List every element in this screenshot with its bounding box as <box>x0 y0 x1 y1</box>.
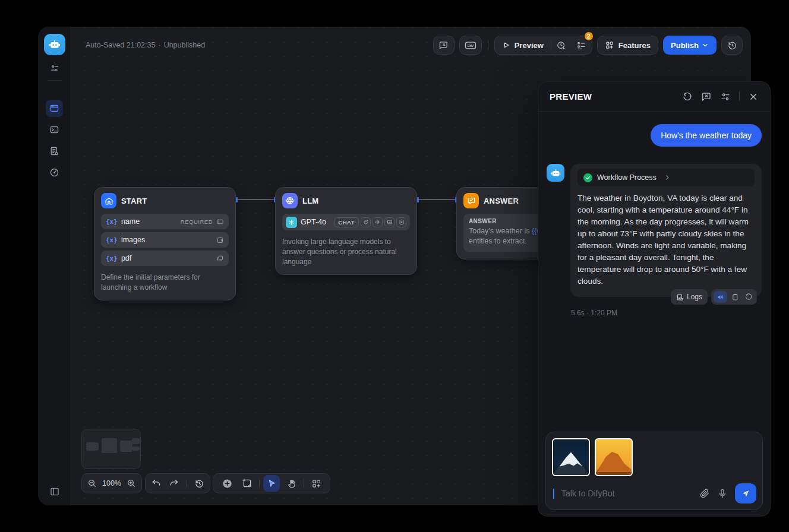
field-name: pdf <box>121 254 131 262</box>
node-start[interactable]: START {x} name REQUIRED {x} images <box>94 187 236 300</box>
openai-icon <box>286 217 297 228</box>
home-icon <box>101 193 116 208</box>
audio-capability-icon <box>373 217 383 227</box>
node-llm[interactable]: LLM GPT-4o CHAT <box>275 187 417 275</box>
publish-button[interactable]: Publish <box>663 36 717 55</box>
field-row-images[interactable]: {x} images <box>101 232 229 248</box>
model-row[interactable]: GPT-4o CHAT <box>282 214 410 230</box>
minimap[interactable] <box>81 429 141 469</box>
text-input-icon <box>216 218 224 226</box>
add-node-button[interactable] <box>219 475 235 492</box>
logs-document-icon <box>49 146 59 156</box>
features-label: Features <box>618 41 651 50</box>
autosave-status: Auto-Saved 21:02:35 · Unpublished <box>86 41 205 49</box>
tool-controls <box>213 473 330 493</box>
node-start-header: START <box>101 193 229 208</box>
controls-divider <box>259 479 260 487</box>
message-meta: 5.6s · 1:20 PM <box>571 309 762 317</box>
window-icon <box>49 103 59 113</box>
node-start-title: START <box>121 197 147 205</box>
model-capabilities: CHAT <box>334 217 406 227</box>
gauge-icon <box>49 167 59 178</box>
attached-images <box>552 438 756 476</box>
send-button[interactable] <box>735 483 756 504</box>
version-history-button[interactable] <box>721 36 743 55</box>
zoom-in-button[interactable] <box>127 479 136 488</box>
history-icon <box>727 40 737 50</box>
app-logo[interactable] <box>44 34 65 55</box>
field-row-name[interactable]: {x} name REQUIRED <box>101 214 229 229</box>
node-start-description: Define the initial parameters for launch… <box>101 273 229 293</box>
checklist-button[interactable]: 2 <box>572 36 592 54</box>
attach-file-button[interactable] <box>699 488 710 499</box>
env-button[interactable]: ENV <box>459 36 482 55</box>
sidebar-item-logs[interactable] <box>46 142 63 160</box>
model-name: GPT-4o <box>301 218 326 226</box>
preview-settings-icon[interactable] <box>717 88 734 105</box>
sidebar-item-orchestrate[interactable] <box>46 100 63 117</box>
env-icon: ENV <box>465 40 476 50</box>
speaker-button[interactable] <box>714 291 727 303</box>
header-divider <box>739 92 740 101</box>
clear-debug-button[interactable] <box>433 36 455 55</box>
chevron-down-icon <box>702 42 709 49</box>
hand-mode-button[interactable] <box>283 475 300 492</box>
zoom-out-button[interactable] <box>87 479 97 488</box>
user-message-bubble: How's the weather today <box>651 124 762 147</box>
workflow-process-toggle[interactable]: Workflow Process <box>577 169 755 186</box>
autosave-text: Auto-Saved 21:02:35 <box>86 41 155 49</box>
redo-button[interactable] <box>169 478 179 489</box>
node-llm-description: Invoking large language models to answer… <box>282 237 410 267</box>
workflow-process-label: Workflow Process <box>597 173 657 182</box>
logs-button[interactable]: Logs <box>671 289 708 305</box>
play-icon <box>502 41 510 49</box>
change-history-button[interactable] <box>194 479 204 489</box>
sidebar-divider <box>48 80 62 81</box>
bot-message-row: Workflow Process The weather in Boydton,… <box>547 164 762 297</box>
copy-button[interactable] <box>729 291 741 303</box>
screen: Auto-Saved 21:02:35 · Unpublished ENV <box>0 0 789 532</box>
pointer-mode-button[interactable] <box>263 475 280 492</box>
organize-nodes-button[interactable] <box>308 475 324 492</box>
controls-divider <box>187 479 187 487</box>
preview-panel: PREVIEW How's the weather today <box>538 81 771 517</box>
llm-icon <box>282 193 298 208</box>
close-preview-button[interactable] <box>745 88 762 105</box>
logs-label: Logs <box>687 293 702 301</box>
features-button[interactable]: Features <box>597 36 658 55</box>
attachment-thumbnail-sunset[interactable] <box>595 438 633 476</box>
add-note-button[interactable] <box>239 475 255 492</box>
voice-input-button[interactable] <box>717 488 728 499</box>
preview-title: PREVIEW <box>550 91 592 102</box>
regenerate-button[interactable] <box>743 291 755 303</box>
node-llm-header: LLM <box>282 193 410 208</box>
sidebar-item-monitoring[interactable] <box>46 164 63 181</box>
workflow-settings-icon[interactable] <box>50 64 59 73</box>
edge-start-llm <box>236 199 275 200</box>
collapse-sidebar-icon[interactable] <box>49 486 60 497</box>
attachment-thumbnail-mountain[interactable] <box>552 438 590 476</box>
run-history-button[interactable] <box>551 36 572 54</box>
new-chat-icon[interactable] <box>698 88 715 105</box>
chat-input-row <box>552 483 756 504</box>
chat-clear-icon <box>438 40 449 50</box>
variable-token: {x} <box>106 236 118 244</box>
publish-status: Unpublished <box>164 41 206 49</box>
sidebar-item-terminal[interactable] <box>46 121 63 138</box>
edge-llm-answer <box>418 199 456 200</box>
checklist-icon <box>576 40 586 50</box>
preview-label: Preview <box>515 41 544 50</box>
undo-button[interactable] <box>151 478 162 489</box>
vision-capability-icon <box>361 217 371 227</box>
restart-conversation-button[interactable] <box>679 88 696 105</box>
preview-button[interactable]: Preview <box>495 41 551 50</box>
action-icon-group <box>711 289 757 305</box>
chat-input[interactable] <box>561 489 692 498</box>
svg-text:ENV: ENV <box>467 43 474 47</box>
field-row-pdf[interactable]: {x} pdf <box>101 251 229 266</box>
file-field-icon <box>216 255 224 262</box>
node-llm-title: LLM <box>302 197 318 205</box>
variable-token: {x} <box>106 255 118 262</box>
zoom-level[interactable]: 100% <box>102 479 121 487</box>
variable-token: {x} <box>106 218 118 226</box>
